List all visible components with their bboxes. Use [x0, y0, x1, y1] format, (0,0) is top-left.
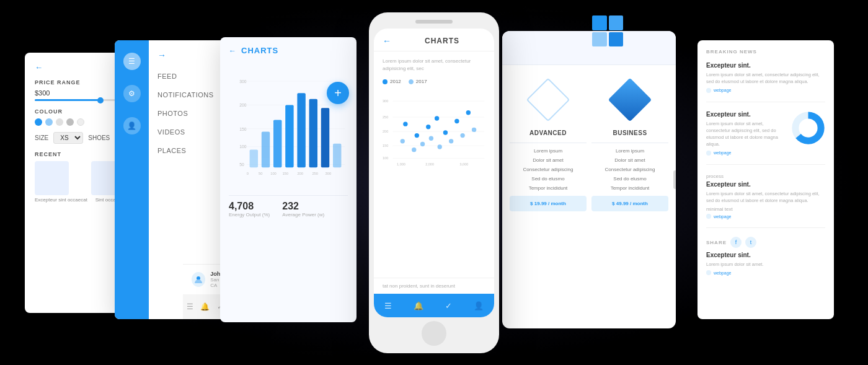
news-source-label-2: webpage — [714, 151, 731, 155]
legend-dot-2012 — [383, 79, 388, 84]
phone-back-arrow[interactable]: ← — [383, 36, 391, 46]
business-feature-1: Lorem ipsum — [591, 148, 668, 154]
news-source-2[interactable]: webpage — [706, 151, 786, 156]
svg-text:2,000: 2,000 — [425, 162, 434, 166]
recent-thumb-1[interactable]: Excepteur sint occaecat — [35, 161, 87, 203]
legend-label-2017: 2017 — [416, 79, 427, 84]
svg-text:300: 300 — [383, 99, 388, 103]
business-column: BUSINESS Lorem ipsum Dolor sit amet Cons… — [591, 75, 668, 211]
stat-energy: 4,708 Energy Output (%) — [229, 201, 270, 218]
svg-text:150: 150 — [239, 127, 246, 131]
bottom-bar-list-icon[interactable]: ☰ — [384, 301, 392, 310]
advanced-icon-wrap — [510, 75, 587, 125]
advanced-feature-1: Lorem ipsum — [510, 148, 587, 154]
svg-text:3,000: 3,000 — [460, 162, 469, 166]
news-source-1[interactable]: webpage — [706, 88, 825, 93]
news-text-4: SHARE f t Excepteur sint. Lorem ipsum do… — [706, 237, 825, 275]
bottom-bar-check-icon[interactable]: ✓ — [445, 301, 452, 310]
colour-dot-white[interactable] — [77, 118, 84, 126]
svg-rect-11 — [250, 149, 258, 167]
svg-text:250: 250 — [383, 115, 388, 119]
business-price-button[interactable]: $ 49.99 / month — [591, 196, 668, 211]
phone-title: CHARTS — [399, 37, 485, 45]
svg-point-45 — [420, 142, 425, 146]
size-label: SIZE — [35, 134, 48, 141]
charts-back-arrow[interactable]: ← — [229, 46, 236, 55]
bottom-icon-list[interactable]: ☰ — [187, 302, 193, 311]
news-item-3: process Excepteur sint. Lorem ipsum dolo… — [706, 174, 825, 229]
nav-sidebar: ☰ ⚙ 👤 — [115, 40, 149, 319]
nav-icon-user[interactable]: 👤 — [123, 117, 141, 134]
recent-caption-1: Excepteur sint occaecat — [35, 197, 87, 203]
news-source-dot-3 — [706, 214, 711, 219]
bottom-bar-bell-icon[interactable]: 🔔 — [414, 301, 423, 310]
advanced-diamond-icon — [526, 78, 570, 122]
stat-power: 232 Average Power (w) — [282, 201, 324, 218]
business-plan-name: BUSINESS — [591, 130, 668, 136]
phone-notch — [415, 20, 453, 24]
legend-2012: 2012 — [383, 79, 401, 84]
svg-text:150: 150 — [282, 172, 288, 175]
share-icon-tw[interactable]: t — [745, 237, 756, 248]
scene: ← PRICE RANGE $300 COLOUR SIZE XSSML SHO… — [0, 0, 868, 365]
colour-dot-blue[interactable] — [35, 118, 42, 126]
colour-dot-darkgray[interactable] — [66, 118, 74, 126]
svg-text:200: 200 — [239, 103, 246, 107]
tablet-pricing: ADVANCED Lorem ipsum Dolor sit amet Cons… — [502, 65, 676, 211]
advanced-divider — [510, 143, 587, 143]
phone-header: ← CHARTS — [374, 29, 494, 51]
advanced-price-button[interactable]: $ 19.99 / month — [510, 196, 587, 211]
svg-text:50: 50 — [259, 172, 262, 175]
center-phone: ← CHARTS Lorem ipsum dolor sit amet, con… — [369, 12, 499, 353]
grid-cell-2 — [609, 15, 624, 30]
bottom-bar-person-icon[interactable]: 👤 — [474, 301, 484, 310]
size-select[interactable]: XSSML — [53, 132, 83, 144]
news-source-4[interactable]: webpage — [706, 270, 825, 275]
news-tag-3: process — [706, 174, 825, 179]
news-source-dot-2 — [706, 151, 711, 156]
svg-point-43 — [401, 139, 405, 143]
phone-shell: ← CHARTS Lorem ipsum dolor sit amet, con… — [369, 12, 499, 353]
news-header: BREAKING NEWS — [706, 49, 825, 55]
grid-cell-4 — [609, 32, 624, 47]
svg-point-47 — [438, 144, 442, 149]
svg-rect-15 — [297, 93, 305, 167]
svg-point-42 — [466, 110, 471, 115]
svg-point-44 — [412, 147, 416, 152]
phone-home-button[interactable] — [422, 321, 446, 346]
nav-icon-menu[interactable]: ☰ — [123, 53, 141, 70]
business-divider — [591, 143, 668, 143]
charts-back-card: ← CHARTS + 300 200 150 100 50 — [220, 37, 356, 322]
news-item-1: Excepteur sint. Lorem ipsum dolor sit am… — [706, 62, 825, 102]
news-item-2: Excepteur sint. Lorem ipsum dolor sit am… — [706, 111, 825, 165]
colour-dot-lightblue[interactable] — [45, 118, 53, 126]
news-source-3[interactable]: webpage — [706, 214, 825, 219]
business-feature-3: Consectetur adipiscing — [591, 167, 668, 172]
bar-chart-area: 300 200 150 100 50 — [229, 64, 348, 188]
phone-bottom-bar: ☰ 🔔 ✓ 👤 — [374, 294, 494, 317]
slider-thumb[interactable] — [97, 97, 104, 103]
business-icon-wrap — [591, 75, 668, 125]
colour-dot-gray[interactable] — [56, 118, 63, 126]
svg-rect-18 — [333, 144, 341, 167]
advanced-plan-name: ADVANCED — [510, 130, 587, 136]
nav-icon-settings[interactable]: ⚙ — [123, 85, 141, 102]
advanced-feature-3: Consectetur adipiscing — [510, 167, 587, 172]
bottom-icon-bell[interactable]: 🔔 — [200, 302, 210, 311]
news-source-dot-4 — [706, 270, 711, 275]
tablet-pricing-card: ADVANCED Lorem ipsum Dolor sit amet Cons… — [502, 31, 676, 328]
fab-button[interactable]: + — [327, 82, 349, 104]
svg-text:300: 300 — [326, 172, 332, 175]
stat-energy-label: Energy Output (%) — [229, 212, 270, 218]
svg-point-36 — [403, 121, 407, 126]
news-item-4: SHARE f t Excepteur sint. Lorem ipsum do… — [706, 237, 825, 284]
share-label: SHARE — [706, 240, 727, 245]
share-icon-fb[interactable]: f — [730, 237, 742, 248]
legend-label-2012: 2012 — [390, 79, 401, 84]
charts-back-header: ← CHARTS — [229, 46, 348, 55]
news-title-3: Excepteur sint. — [706, 181, 825, 188]
legend-2017: 2017 — [409, 79, 427, 84]
news-source-dot-1 — [706, 88, 711, 93]
svg-rect-16 — [309, 99, 317, 167]
svg-text:100: 100 — [383, 156, 388, 160]
